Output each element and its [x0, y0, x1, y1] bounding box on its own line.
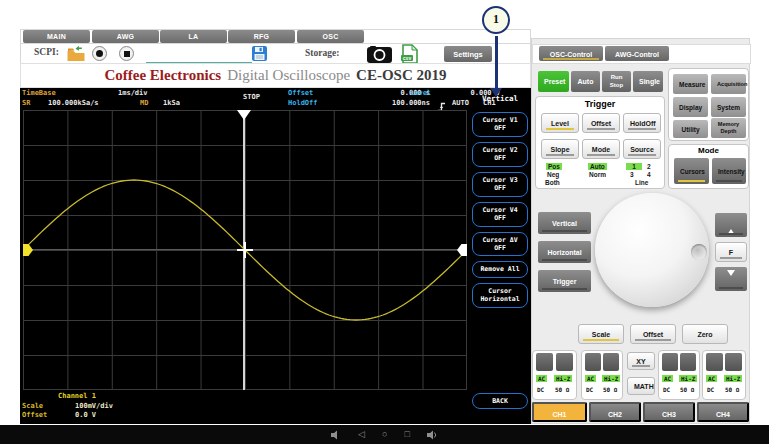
mode-option-auto[interactable]: Auto: [588, 163, 607, 170]
coupling-ac[interactable]: AC: [585, 375, 596, 382]
impedance-toggle-button[interactable]: [680, 353, 696, 371]
trigger-level-button[interactable]: Level: [541, 113, 579, 133]
tab-main[interactable]: MAIN: [23, 30, 90, 43]
scale-adjust-button[interactable]: Scale: [578, 324, 624, 344]
impedance-toggle-button[interactable]: [556, 353, 573, 371]
settings-button[interactable]: Settings: [444, 46, 492, 62]
impedance-hiz[interactable]: Hi-Z: [554, 375, 572, 382]
impedance-50ohm[interactable]: 50 Ω: [725, 386, 739, 393]
system-button[interactable]: System: [711, 97, 746, 117]
xy-mode-button[interactable]: XY: [627, 352, 655, 370]
timebase-label: TimeBase: [22, 89, 56, 97]
tab-la[interactable]: LA: [160, 30, 227, 43]
cursors-mode-button[interactable]: Cursors: [674, 158, 709, 184]
source-option-line[interactable]: Line: [635, 179, 648, 186]
measure-button[interactable]: Measure: [673, 74, 708, 94]
cursor-dv-button[interactable]: Cursor ΔVOFF: [472, 232, 528, 257]
channel-tab-ch1[interactable]: CH1: [532, 402, 587, 422]
timebase-value: 1ms/div: [118, 89, 148, 97]
knob-dimple: [691, 244, 707, 260]
coupling-toggle-button[interactable]: [662, 353, 678, 371]
cursor-v3-button[interactable]: Cursor V3OFF: [472, 172, 528, 197]
remove-all-button[interactable]: Remove All: [472, 261, 528, 277]
impedance-50ohm[interactable]: 50 Ω: [680, 386, 694, 393]
channel-scale-label: Scale: [22, 402, 43, 410]
coupling-toggle-button[interactable]: [536, 353, 553, 371]
mode-option-norm[interactable]: Norm: [589, 171, 606, 178]
recents-icon[interactable]: □: [404, 425, 409, 444]
home-icon[interactable]: ○: [382, 425, 387, 444]
trigger-mode-button[interactable]: Mode: [582, 139, 620, 159]
record-button[interactable]: [92, 46, 107, 61]
coupling-ac[interactable]: AC: [662, 375, 673, 382]
cursor-v4-button[interactable]: Cursor V4OFF: [472, 202, 528, 227]
memory-depth-button[interactable]: Memory Depth: [711, 118, 746, 138]
slope-option-pos[interactable]: Pos: [546, 163, 562, 170]
channel-tab-ch2[interactable]: CH2: [589, 402, 641, 422]
run-stop-button[interactable]: RunStop: [602, 71, 631, 92]
cursor-v1-button[interactable]: Cursor V1OFF: [472, 112, 528, 137]
source-option-2[interactable]: 2: [647, 163, 651, 170]
impedance-toggle-button[interactable]: [725, 353, 742, 371]
channel-tab-ch3[interactable]: CH3: [643, 402, 695, 422]
callout-1-line: [495, 36, 498, 88]
tab-rfg[interactable]: RFG: [228, 30, 295, 43]
intensity-mode-button[interactable]: Intensity: [712, 158, 746, 184]
coupling-dc[interactable]: DC: [586, 386, 593, 393]
trigger-axis-button[interactable]: Trigger: [538, 270, 591, 292]
channel-tab-ch4[interactable]: CH4: [697, 402, 749, 422]
decrement-button[interactable]: [715, 267, 747, 291]
cursor-horizontal-button[interactable]: CursorHorizontal: [472, 283, 528, 308]
back-icon[interactable]: ◁: [358, 425, 365, 444]
scpi-command-input[interactable]: [146, 49, 252, 64]
cursor-v2-button[interactable]: Cursor V2OFF: [472, 142, 528, 167]
volume-up-icon[interactable]: [427, 426, 438, 444]
back-button[interactable]: BACK: [472, 393, 528, 409]
graticule[interactable]: [23, 110, 467, 390]
impedance-hiz[interactable]: Hi-Z: [602, 375, 620, 382]
trigger-offset-button[interactable]: Offset: [582, 113, 620, 133]
tab-osc[interactable]: OSC: [297, 30, 364, 43]
side-menu: Cursor V1OFF Cursor V2OFF Cursor V3OFF C…: [472, 112, 528, 313]
coupling-toggle-button[interactable]: [706, 353, 723, 371]
impedance-50ohm[interactable]: 50 Ω: [603, 386, 617, 393]
tab-awg[interactable]: AWG: [92, 30, 159, 43]
impedance-50ohm[interactable]: 50 Ω: [555, 386, 569, 393]
source-option-4[interactable]: 4: [647, 171, 651, 178]
preset-button[interactable]: Preset: [538, 71, 569, 92]
slope-option-both[interactable]: Both: [545, 179, 560, 186]
awg-control-tab[interactable]: AWG-Control: [605, 46, 669, 61]
acquisition-button[interactable]: Acquisition: [711, 74, 746, 94]
coupling-dc[interactable]: DC: [707, 386, 714, 393]
vertical-axis-button[interactable]: Vertical: [538, 212, 591, 234]
horizontal-axis-button[interactable]: Horizontal: [538, 241, 591, 263]
utility-button[interactable]: Utility: [673, 120, 708, 138]
fine-adjust-button[interactable]: F: [715, 242, 747, 262]
trigger-source-button[interactable]: Source: [623, 139, 661, 159]
source-option-1[interactable]: 1: [626, 163, 642, 170]
source-option-3[interactable]: 3: [630, 171, 634, 178]
coupling-toggle-button[interactable]: [585, 353, 601, 371]
display-button[interactable]: Display: [673, 97, 708, 117]
trigger-slope-button[interactable]: Slope: [541, 139, 579, 159]
slope-option-neg[interactable]: Neg: [547, 171, 559, 178]
osc-control-tab[interactable]: OSC-Control: [539, 46, 603, 61]
coupling-ac[interactable]: AC: [706, 375, 717, 382]
coupling-ac[interactable]: AC: [536, 375, 547, 382]
trigger-position-marker-icon[interactable]: [237, 110, 251, 120]
zero-button[interactable]: Zero: [682, 324, 728, 344]
single-button[interactable]: Single: [633, 71, 663, 92]
adjust-knob[interactable]: [595, 193, 709, 307]
impedance-hiz[interactable]: Hi-Z: [679, 375, 697, 382]
offset-adjust-button[interactable]: Offset: [630, 324, 676, 344]
math-button[interactable]: MATH: [627, 377, 655, 395]
impedance-hiz[interactable]: Hi-Z: [724, 375, 742, 382]
coupling-dc[interactable]: DC: [537, 386, 544, 393]
auto-button[interactable]: Auto: [571, 71, 600, 92]
impedance-toggle-button[interactable]: [603, 353, 619, 371]
increment-button[interactable]: [715, 213, 747, 237]
volume-down-icon[interactable]: [331, 426, 341, 444]
stop-button[interactable]: [119, 46, 134, 61]
trigger-holdoff-button[interactable]: HoldOff: [623, 113, 661, 133]
coupling-dc[interactable]: DC: [663, 386, 670, 393]
